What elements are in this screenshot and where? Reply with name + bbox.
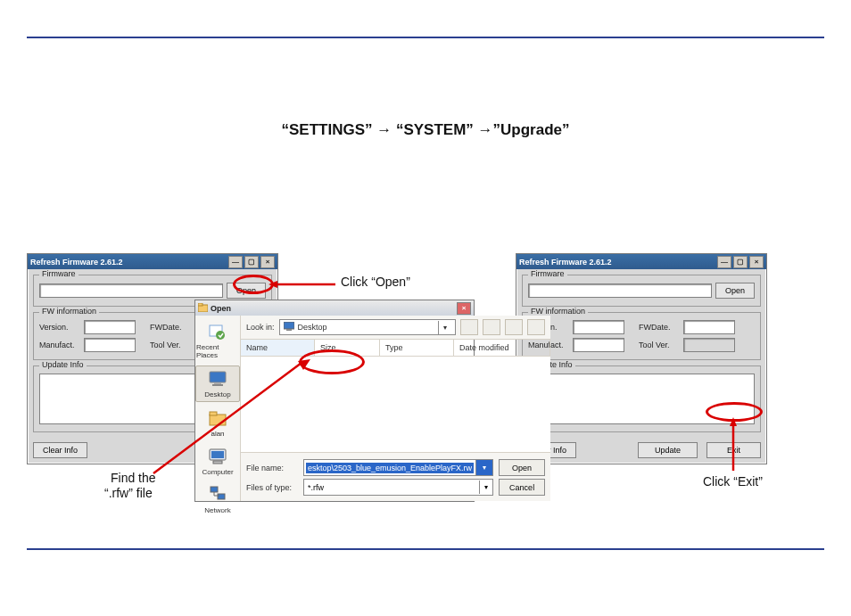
label-version: Version. (39, 323, 80, 332)
filename-value: esktop\2503_blue_emusion_EnablePlayFX.rw (306, 463, 474, 473)
version-field (84, 320, 136, 334)
place-label: Recent Places (196, 343, 239, 359)
label-manufact: Manufact. (39, 341, 80, 349)
panel-legend-firmware: Firmware (39, 269, 78, 278)
dialog-open-button[interactable]: Open (499, 459, 545, 476)
look-in-value: Desktop (298, 323, 327, 332)
clear-info-button[interactable]: Clear Info (33, 442, 87, 458)
update-info-panel: Update Info (522, 365, 761, 432)
maximize-button[interactable]: ▢ (733, 256, 748, 268)
window-title: Refresh Firmware 2.61.2 (519, 258, 612, 267)
minimize-button[interactable]: — (717, 256, 731, 268)
svg-marker-17 (269, 281, 277, 288)
svg-rect-13 (218, 494, 225, 499)
place-label: Network (204, 506, 230, 514)
folder-icon (198, 303, 208, 314)
svg-rect-15 (286, 329, 292, 331)
close-button[interactable]: × (260, 256, 275, 268)
view-mode-button[interactable] (527, 319, 545, 335)
annotation-arrow-exit (729, 417, 738, 471)
version-field (573, 320, 624, 334)
close-button[interactable]: × (749, 256, 764, 268)
dialog-cancel-button[interactable]: Cancel (499, 479, 545, 496)
maximize-button[interactable]: ▢ (244, 256, 259, 268)
annotation-label-exit: Click “Exit” (703, 474, 763, 489)
firmware-path-field[interactable] (39, 283, 223, 298)
svg-rect-1 (198, 303, 202, 306)
column-headers: Name Size Type Date modified (241, 340, 550, 357)
filename-field[interactable]: esktop\2503_blue_emusion_EnablePlayFX.rw… (303, 459, 493, 476)
network-icon (208, 485, 227, 505)
look-in-label: Look in: (246, 323, 275, 332)
panel-legend-fwinfo: FW information (528, 307, 588, 316)
svg-rect-14 (284, 322, 294, 329)
label-fwdate: FWDate. (639, 323, 680, 332)
col-date[interactable]: Date modified (454, 340, 550, 356)
label-toolver: Tool Ver. (150, 341, 191, 349)
filetype-dropdown[interactable]: *.rfw ▾ (303, 479, 493, 496)
firmware-path-field[interactable] (528, 283, 712, 298)
manufact-field (573, 338, 624, 352)
manufact-field (84, 338, 136, 352)
place-network[interactable]: Network (196, 482, 239, 517)
look-in-row: Look in: Desktop ▾ (241, 316, 550, 340)
firmware-panel: Firmware Open (522, 275, 761, 307)
col-name[interactable]: Name (241, 340, 315, 356)
col-type[interactable]: Type (380, 340, 454, 356)
chevron-down-icon: ▾ (479, 480, 492, 494)
fwdate-field (683, 320, 735, 334)
label-fwdate: FWDate. (150, 323, 191, 332)
panel-legend-fwinfo: FW information (39, 307, 99, 316)
fw-info-panel: FW information Version. FWDate. Manufact… (522, 312, 761, 360)
annotation-label-file-1: Find the (111, 471, 156, 485)
panel-legend-updateinfo: Update Info (39, 360, 87, 369)
toolver-field (683, 338, 735, 352)
divider-bottom (27, 548, 824, 550)
svg-point-3 (216, 331, 225, 340)
divider-top (27, 37, 824, 38)
panel-legend-firmware: Firmware (528, 269, 567, 278)
page-heading: “SETTINGS” → “SYSTEM” →”Upgrade” (0, 121, 851, 139)
nav-back-button[interactable] (460, 319, 478, 335)
annotation-label-open: Click “Open” (341, 275, 410, 289)
svg-marker-21 (730, 417, 737, 426)
annotation-label-file-2: “.rfw” file (104, 486, 153, 500)
desktop-icon (284, 322, 294, 333)
nav-up-button[interactable] (483, 319, 500, 335)
svg-line-18 (153, 363, 302, 473)
chevron-down-icon: ▾ (475, 460, 492, 475)
window-controls: — ▢ × (717, 256, 764, 268)
open-button[interactable]: Open (715, 283, 755, 299)
window-title: Refresh Firmware 2.61.2 (30, 258, 123, 267)
annotation-arrow-open (269, 281, 335, 288)
close-button[interactable]: × (457, 302, 471, 315)
chevron-down-icon: ▾ (438, 321, 451, 334)
filetype-value: *.rfw (304, 483, 324, 492)
look-in-dropdown[interactable]: Desktop ▾ (279, 319, 457, 335)
filetype-label: Files of type: (246, 483, 298, 492)
titlebar: Refresh Firmware 2.61.2 — ▢ × (516, 254, 766, 269)
window-controls: — ▢ × (228, 256, 275, 268)
titlebar: Open × (195, 300, 474, 316)
annotation-arrow-file (153, 359, 310, 473)
recent-places-icon (208, 322, 227, 341)
window-controls: × (457, 302, 471, 315)
place-recent[interactable]: Recent Places (196, 319, 239, 362)
titlebar: Refresh Firmware 2.61.2 — ▢ × (28, 254, 277, 269)
update-button[interactable]: Update (638, 442, 698, 458)
new-folder-button[interactable] (505, 319, 523, 335)
svg-rect-12 (211, 487, 218, 492)
dialog-title: Open (211, 304, 231, 313)
label-toolver: Tool Ver. (639, 341, 680, 349)
minimize-button[interactable]: — (228, 256, 243, 268)
